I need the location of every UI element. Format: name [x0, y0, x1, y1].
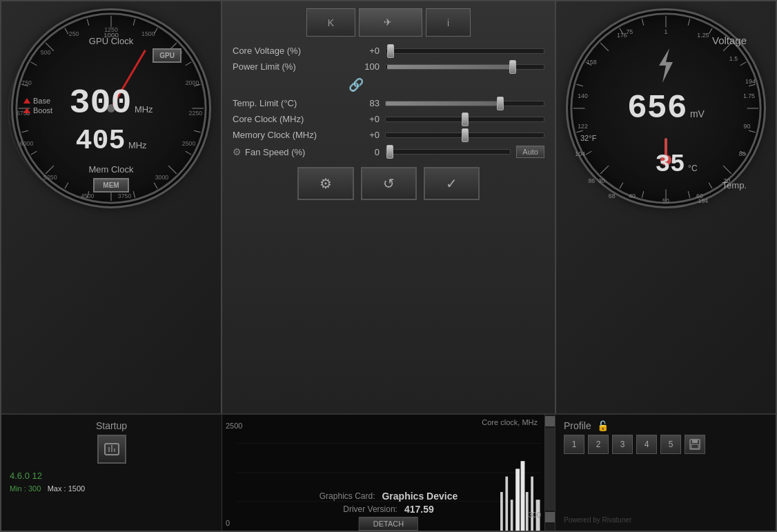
fan-speed-row: ⚙ Fan Speed (%) 0 Auto	[233, 146, 544, 158]
startup-button[interactable]	[97, 435, 126, 464]
svg-text:500: 500	[41, 49, 51, 56]
k-button[interactable]: K	[306, 8, 355, 37]
settings-action-button[interactable]: ⚙	[297, 167, 354, 200]
core-clock-label: Core Clock (MHz)	[233, 114, 346, 124]
svg-text:1250: 1250	[104, 26, 118, 33]
svg-text:1500: 1500	[141, 30, 155, 37]
left-gauge-circle: 1000 1250 1500 1750 2000 2250 2500 3000 …	[11, 8, 211, 208]
core-voltage-row: Core Voltage (%) +0	[233, 46, 544, 56]
svg-line-19	[31, 151, 37, 155]
svg-line-49	[688, 19, 690, 25]
card-label: Graphics Card:	[319, 491, 375, 501]
temp-194: 194	[745, 74, 756, 86]
svg-marker-92	[659, 48, 673, 83]
fan-gear-icon[interactable]: ⚙	[233, 146, 242, 157]
memory-clock-row: Memory Clock (MHz) +0	[233, 130, 544, 140]
svg-line-50	[709, 28, 712, 34]
svg-rect-101	[511, 500, 513, 531]
memory-clock-thumb[interactable]	[462, 128, 469, 142]
svg-line-20	[21, 130, 28, 132]
driver-label: Driver Version:	[343, 504, 397, 514]
startup-label: Startup	[96, 420, 127, 431]
info-button[interactable]: i	[426, 8, 471, 37]
profile-3-button[interactable]: 3	[612, 435, 633, 454]
main-window: OC msi A F T E R B U R N E R − ✕ 🐉	[0, 0, 777, 532]
svg-text:1.5: 1.5	[729, 55, 738, 62]
mem-clock-label: Mem Clock	[42, 164, 180, 175]
center-controls: K ✈ i Core Voltage (%) +0	[222, 1, 555, 413]
detach-area: Graphics Card: Graphics Device Driver Ve…	[319, 491, 458, 531]
profile-1-button[interactable]: 1	[564, 435, 584, 454]
apply-action-button[interactable]: ✓	[424, 167, 480, 200]
profile-header: Profile 🔓	[564, 420, 767, 431]
profile-5-button[interactable]: 5	[660, 435, 681, 454]
svg-line-26	[87, 19, 89, 25]
svg-line-71	[642, 19, 644, 25]
svg-text:750: 750	[21, 79, 32, 86]
bottom-section: Startup 4.6.0 12 Min : 300 Max : 1500 Co…	[1, 413, 776, 531]
svg-line-64	[586, 151, 591, 155]
svg-rect-105	[531, 477, 533, 531]
profile-2-button[interactable]: 2	[588, 435, 609, 454]
rivatuner-text: Powered by Rivatuner	[564, 516, 631, 524]
second-clock-unit: MHz	[128, 140, 147, 150]
boost-label: Boost	[33, 106, 52, 115]
core-clock-thumb[interactable]	[462, 112, 469, 126]
graph-0-label: 0	[226, 519, 230, 527]
profile-label: Profile	[564, 420, 591, 431]
svg-text:✈: ✈	[384, 17, 392, 28]
svg-text:140: 140	[578, 92, 588, 99]
startup-section: Startup	[10, 420, 213, 464]
svg-line-62	[620, 183, 623, 188]
main-clock-unit: MHz	[135, 104, 153, 115]
memory-clock-label: Memory Clock (MHz)	[233, 130, 346, 140]
svg-text:194: 194	[698, 197, 709, 204]
svg-line-23	[31, 62, 37, 66]
profile-save-button[interactable]	[685, 435, 705, 454]
svg-text:30: 30	[598, 177, 605, 184]
fahrenheit-display: 32°F	[580, 131, 596, 144]
left-gauge-wrapper: 1000 1250 1500 1750 2000 2250 2500 3000 …	[11, 8, 211, 208]
voltage-value: 656	[627, 90, 687, 127]
power-limit-thumb[interactable]	[509, 60, 516, 74]
temp-limit-thumb[interactable]	[497, 97, 504, 110]
svg-line-55	[749, 130, 755, 132]
svg-text:4500: 4500	[81, 193, 95, 199]
memory-clock-value: +0	[352, 130, 380, 140]
version-text: 4.6.0 12	[10, 471, 42, 481]
detach-button[interactable]: DETACH	[359, 517, 418, 531]
profile-4-button[interactable]: 4	[636, 435, 657, 454]
graph-scrollbar[interactable]	[544, 415, 555, 531]
min-label: Min : 300	[10, 484, 41, 493]
svg-line-67	[576, 84, 582, 86]
svg-text:80: 80	[739, 150, 746, 157]
profile-section: Profile 🔓 1 2 3 4 5	[564, 420, 767, 454]
core-voltage-slider[interactable]	[385, 48, 544, 54]
svg-text:40: 40	[629, 193, 636, 199]
svg-text:122: 122	[578, 123, 588, 130]
core-voltage-label: Core Voltage (%)	[233, 46, 346, 56]
svg-line-69	[600, 43, 609, 51]
power-limit-label: Power Limit (%)	[233, 61, 346, 72]
upper-content: 🐉	[1, 1, 776, 413]
reset-action-button[interactable]: ↺	[361, 167, 417, 200]
max-label: Max : 1500	[48, 484, 85, 493]
link-icon[interactable]: 🔗	[348, 77, 364, 92]
profile-buttons: 1 2 3 4 5	[564, 435, 767, 454]
svg-line-7	[186, 62, 191, 66]
card-value: Graphics Device	[382, 491, 458, 502]
auto-button[interactable]: Auto	[516, 146, 544, 158]
mem-chip-icon: MEM	[93, 178, 128, 193]
temp-limit-value: 83	[352, 98, 380, 108]
voltage-unit: mV	[690, 108, 705, 119]
second-clock-value: 405	[75, 126, 125, 157]
lock-icon: 🔓	[597, 420, 609, 431]
base-label: Base	[33, 97, 50, 105]
logo-button[interactable]: ✈	[359, 8, 422, 37]
svg-line-25	[65, 28, 68, 34]
base-boost-area: Base Boost	[23, 97, 52, 115]
fan-speed-thumb[interactable]	[386, 145, 393, 159]
fan-speed-label: Fan Speed (%)	[245, 147, 305, 157]
svg-text:158: 158	[587, 59, 597, 66]
svg-text:2250: 2250	[189, 110, 203, 117]
